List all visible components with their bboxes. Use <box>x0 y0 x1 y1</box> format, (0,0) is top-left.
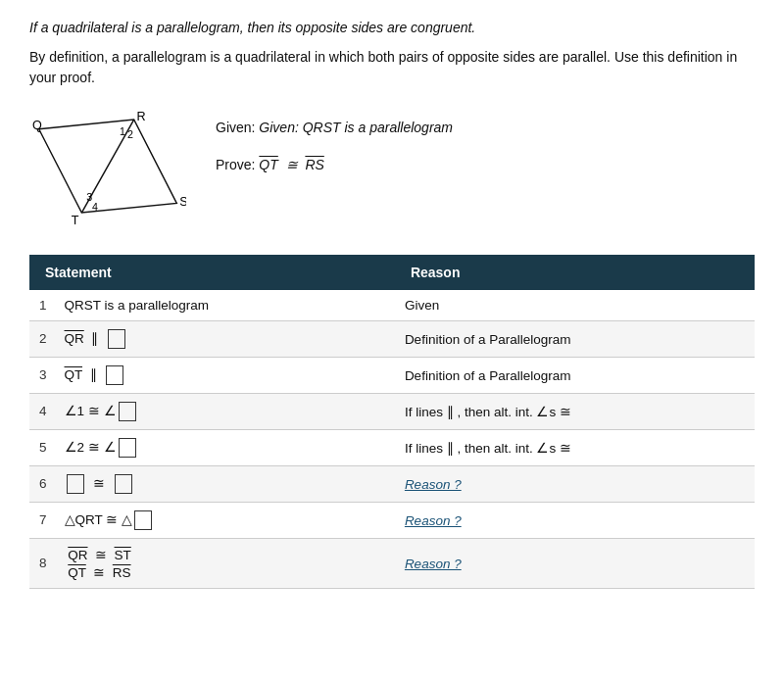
reason-cell-7: Reason ? <box>395 503 755 539</box>
statement-cell-1: 1 QRST is a parallelogram <box>29 290 395 321</box>
table-row: 4 ∠1 ≅ ∠ If lines ∥ , then alt. int. ∠s … <box>29 394 755 430</box>
row-num-7: 7 <box>39 512 57 527</box>
qr-overline-8: QR <box>68 548 87 562</box>
row-num-1: 1 <box>39 298 57 313</box>
stmt-8-line2: QT ≅ RS <box>68 564 131 580</box>
reason-cell-1: Given <box>395 290 755 321</box>
st-overline-8: ST <box>115 548 131 562</box>
blank-box-6a <box>67 474 84 494</box>
statement-cell-5: 5 ∠2 ≅ ∠ <box>29 430 395 466</box>
stmt-8-line1: QR ≅ ST <box>68 547 131 562</box>
reason-link-6[interactable]: Reason ? <box>405 477 462 492</box>
statement-header: Statement <box>29 255 395 290</box>
angle-1-label: 1 <box>120 125 125 137</box>
proof-table: Statement Reason 1 QRST is a parallelogr… <box>29 255 755 589</box>
prove-label: Prove: <box>216 157 259 172</box>
row-num-3: 3 <box>39 367 57 382</box>
reason-cell-8: Reason ? <box>395 539 755 589</box>
prove-value: QT ≅ RS <box>259 157 323 172</box>
blank-box-7 <box>134 510 152 530</box>
row-num-8: 8 <box>39 556 57 570</box>
table-row: 2 QR ∥ Definition of a Parallelogram <box>29 321 755 358</box>
rs-overline-8: RS <box>113 565 131 580</box>
blank-box-3 <box>106 365 123 385</box>
given-value: Given: QRST is a parallelogram <box>259 120 453 135</box>
statement-cell-2: 2 QR ∥ <box>29 321 395 358</box>
prove-line: Prove: QT ≅ RS <box>216 151 453 178</box>
label-Q: Q <box>32 119 42 132</box>
blank-box-5 <box>119 438 136 458</box>
table-row: 8 QR ≅ ST QT ≅ RS Reason ? <box>29 539 755 589</box>
table-row: 1 QRST is a parallelogram Given <box>29 290 755 321</box>
row-num-6: 6 <box>39 476 57 491</box>
qt-overline: QT <box>259 157 277 172</box>
qt-overline-8: QT <box>68 565 86 580</box>
statement-cell-3: 3 QT ∥ <box>29 358 395 394</box>
row-num-2: 2 <box>39 331 57 346</box>
header-row: Statement Reason <box>29 255 755 290</box>
reason-link-7[interactable]: Reason ? <box>405 513 462 528</box>
label-S: S <box>179 195 186 209</box>
table-row: 6 ≅ Reason ? <box>29 466 755 503</box>
rs-overline: RS <box>305 157 323 172</box>
parallel-3: ∥ <box>90 367 97 382</box>
reason-header: Reason <box>395 255 755 290</box>
statement-cell-7: 7 △QRT ≅ △ <box>29 503 395 539</box>
reason-cell-5: If lines ∥ , then alt. int. ∠s ≅ <box>395 430 755 466</box>
diagram-svg: Q R S T 1 2 3 4 <box>29 104 186 231</box>
angle-4-label: 4 <box>92 201 98 213</box>
given-prove-section: Given: Given: QRST is a parallelogram Pr… <box>216 104 453 178</box>
statement-cell-4: 4 ∠1 ≅ ∠ <box>29 394 395 430</box>
intro-italic: If a quadrilateral is a parallelogram, t… <box>29 20 755 35</box>
blank-box-2 <box>108 329 125 349</box>
statement-cell-6: 6 ≅ <box>29 466 395 503</box>
row-num-5: 5 <box>39 440 57 455</box>
definition-text: By definition, a parallelogram is a quad… <box>29 47 755 88</box>
table-header: Statement Reason <box>29 255 755 290</box>
reason-cell-4: If lines ∥ , then alt. int. ∠s ≅ <box>395 394 755 430</box>
table-row: 7 △QRT ≅ △ Reason ? <box>29 503 755 539</box>
parallelogram-diagram: Q R S T 1 2 3 4 <box>29 104 186 231</box>
label-R: R <box>137 110 146 123</box>
reason-cell-2: Definition of a Parallelogram <box>395 321 755 358</box>
diagram-given-section: Q R S T 1 2 3 4 Given: Given: QRST is a … <box>29 104 755 231</box>
label-T: T <box>72 214 79 227</box>
blank-box-6b <box>115 474 132 494</box>
reason-cell-6: Reason ? <box>395 466 755 503</box>
reason-link-8[interactable]: Reason ? <box>405 557 462 571</box>
angle-2-label: 2 <box>127 128 133 140</box>
qr-overline-2: QR <box>65 331 84 346</box>
given-label: Given: <box>216 120 259 135</box>
table-row: 3 QT ∥ Definition of a Parallelogram <box>29 358 755 394</box>
parallel-2: ∥ <box>91 331 98 346</box>
table-row: 5 ∠2 ≅ ∠ If lines ∥ , then alt. int. ∠s … <box>29 430 755 466</box>
row-num-4: 4 <box>39 404 57 418</box>
statement-cell-8: 8 QR ≅ ST QT ≅ RS <box>29 539 395 589</box>
blank-box-4 <box>119 402 136 421</box>
table-body: 1 QRST is a parallelogram Given 2 QR ∥ D… <box>29 290 755 589</box>
reason-cell-3: Definition of a Parallelogram <box>395 358 755 394</box>
qt-overline-3: QT <box>65 367 83 382</box>
given-line: Given: Given: QRST is a parallelogram <box>216 114 453 141</box>
